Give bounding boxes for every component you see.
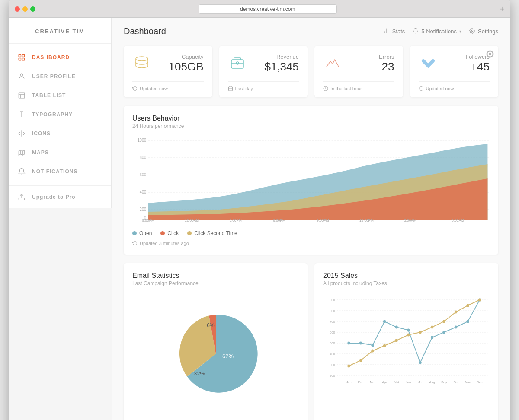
users-behavior-title: Users Behavior (132, 115, 490, 122)
errors-value: 23 (379, 60, 394, 73)
email-statistics-subtitle: Last Campaign Performance (132, 280, 299, 286)
stats-grid: Capacity 105GB Updated now (124, 46, 498, 97)
capacity-icon (132, 54, 151, 74)
traffic-lights (15, 6, 35, 12)
svg-text:32%: 32% (193, 370, 205, 377)
svg-point-87 (442, 320, 445, 323)
stat-card-errors: Errors 23 In the last hour (314, 46, 403, 97)
address-bar: demos.creative-tim.com (40, 4, 495, 14)
legend-click: Click (160, 230, 179, 236)
users-behavior-card: Users Behavior 24 Hours performance 1000… (124, 106, 498, 255)
svg-text:12:00AM: 12:00AM (185, 218, 199, 223)
url-display[interactable]: demos.creative-tim.com (199, 4, 337, 14)
email-statistics-title: Email Statistics (132, 272, 299, 280)
page-title: Dashboard (124, 26, 166, 36)
svg-text:Sep: Sep (441, 380, 447, 384)
svg-text:400: 400 (330, 352, 335, 356)
svg-point-84 (407, 334, 410, 337)
svg-point-71 (395, 326, 397, 329)
notifications-button[interactable]: 5 Notifications ▾ (413, 28, 461, 35)
svg-text:Aug: Aug (429, 380, 435, 384)
stats-button[interactable]: Stats (383, 27, 405, 35)
svg-point-79 (347, 365, 350, 368)
icons-icon (17, 129, 26, 138)
svg-text:1000: 1000 (138, 138, 146, 143)
top-actions: Stats 5 Notifications ▾ (383, 27, 498, 35)
revenue-footer: Last day (228, 81, 299, 91)
svg-point-69 (371, 344, 374, 347)
svg-text:6:00AM: 6:00AM (452, 218, 464, 223)
sidebar-label-typography: Typography (32, 111, 73, 118)
sales-title: 2015 Sales (323, 272, 490, 280)
sidebar-label-table-list: Table List (32, 92, 66, 99)
notifications-label: 5 Notifications (421, 28, 457, 35)
capacity-footer: Updated now (132, 81, 204, 91)
svg-point-75 (442, 331, 445, 334)
svg-text:Feb: Feb (358, 380, 364, 384)
settings-button[interactable]: Settings (469, 28, 498, 35)
sidebar-item-user-profile[interactable]: User Profile (9, 67, 111, 86)
svg-point-86 (431, 326, 433, 329)
svg-point-68 (359, 342, 362, 345)
sidebar-item-typography[interactable]: Typography (9, 105, 111, 124)
minimize-dot[interactable] (22, 6, 28, 12)
upgrade-label: Upgrade to Pro (32, 194, 76, 200)
sidebar-label-maps: Maps (32, 150, 49, 156)
bottom-charts-grid: Email Statistics Last Campaign Performan… (124, 263, 498, 420)
svg-text:900: 900 (330, 298, 335, 302)
sidebar-item-notifications[interactable]: Notifications (9, 162, 111, 181)
users-behavior-footer: Updated 3 minutes ago (132, 241, 490, 246)
svg-rect-1 (22, 54, 25, 57)
svg-text:Nov: Nov (465, 380, 471, 384)
svg-text:6:00PM: 6:00PM (273, 218, 285, 223)
stats-label: Stats (392, 28, 405, 35)
svg-text:800: 800 (140, 155, 146, 160)
sidebar-item-dashboard[interactable]: Dashboard (9, 48, 111, 67)
svg-point-90 (478, 299, 481, 302)
notification-bell-icon (413, 28, 419, 35)
legend-dot-click (160, 231, 165, 235)
settings-label: Settings (478, 28, 498, 35)
sidebar-bottom: Upgrade to Pro (9, 185, 111, 208)
stat-card-followers: Followers +45 Updated now (410, 46, 499, 97)
sidebar-item-icons[interactable]: Icons (9, 124, 111, 143)
sidebar-label-user-profile: User Profile (32, 73, 76, 80)
svg-rect-0 (19, 54, 21, 57)
dashboard-icon (17, 53, 26, 62)
svg-text:9:00AM: 9:00AM (142, 218, 154, 223)
svg-text:3:00PM: 3:00PM (229, 218, 241, 223)
sidebar-logo: CREATIVE TIM (9, 18, 111, 44)
svg-text:Oct: Oct (453, 380, 458, 384)
svg-text:200: 200 (330, 374, 335, 378)
pie-chart: 62% 32% 6% (164, 302, 268, 406)
sales-subtitle: All products including Taxes (323, 280, 490, 286)
new-tab-button[interactable]: + (500, 5, 504, 14)
top-bar: Dashboard Stats (124, 26, 498, 36)
svg-point-82 (383, 344, 386, 347)
svg-text:Mai: Mai (394, 380, 399, 384)
maximize-dot[interactable] (30, 6, 35, 12)
sidebar-item-maps[interactable]: Maps (9, 143, 111, 162)
line-chart: 900 800 700 600 500 400 300 200 (323, 293, 490, 388)
chart-legend: Open Click Click Second Time (132, 230, 490, 236)
area-chart: 1000 800 600 400 200 0 9:00AM 12:00AM 3 (132, 136, 490, 223)
svg-point-18 (471, 30, 473, 32)
close-dot[interactable] (15, 6, 20, 12)
errors-icon (323, 54, 342, 74)
svg-point-70 (383, 320, 386, 323)
upgrade-button[interactable]: Upgrade to Pro (17, 193, 103, 201)
svg-text:62%: 62% (222, 353, 233, 360)
sidebar-item-table-list[interactable]: Table List (9, 86, 111, 105)
legend-open: Open (132, 230, 152, 236)
typography-icon (17, 110, 26, 119)
followers-value: +45 (465, 60, 490, 73)
svg-text:700: 700 (330, 320, 335, 324)
svg-point-73 (419, 361, 421, 364)
stat-card-capacity: Capacity 105GB Updated now (124, 46, 212, 97)
app-layout: CREATIVE TIM Dashboard (9, 18, 510, 420)
chevron-down-icon: ▾ (459, 29, 461, 34)
svg-point-85 (419, 331, 421, 334)
svg-point-77 (466, 320, 469, 323)
errors-footer: In the last hour (323, 81, 394, 91)
svg-text:200: 200 (140, 207, 146, 212)
